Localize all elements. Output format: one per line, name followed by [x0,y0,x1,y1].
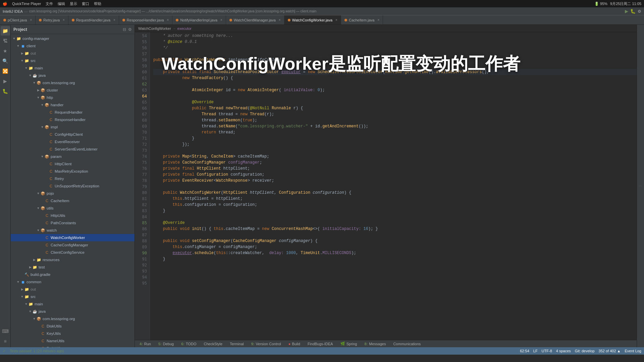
tree-retry[interactable]: C Retry [11,175,135,182]
debug-button[interactable]: 🐛 [630,9,636,14]
tree-test[interactable]: ▶ 📁 test [11,263,135,271]
tab-close-icon[interactable]: × [30,18,32,22]
tab-close-icon[interactable]: × [279,18,281,22]
communications-tab[interactable]: Communications [390,341,424,347]
tree-out[interactable]: ▶ 📁 out [11,50,135,57]
vcs-tab[interactable]: 9: Version Control [248,341,284,347]
tree-nameutils[interactable]: C NameUtils [11,337,135,345]
tree-eventreceiver[interactable]: C EventReceiver [11,138,135,145]
tree-java[interactable]: ▼ ☕ java [11,72,135,79]
tab-close-icon[interactable]: × [113,18,115,22]
tree-impl[interactable]: ▼ 📦 impl [11,123,135,131]
tree-clientconfigservice[interactable]: C ClientConfigService [11,249,135,256]
code-line: @Override [153,99,637,105]
tree-common-com[interactable]: ▼ 📦 com.lessspring.org [11,315,135,322]
tree-config-manager[interactable]: ▼ 📁 config-manager [11,35,135,42]
tree-sselistener[interactable]: C ServerSentEventListener [11,145,135,153]
tree-cluster[interactable]: ▶ 📦 cluster [11,86,135,94]
terminal-tab[interactable]: Terminal [226,341,247,347]
tree-common-java[interactable]: ▼ ☕ java [11,308,135,315]
code-editor[interactable]: * author or something here... * @since 0… [150,32,637,340]
run-tab[interactable]: 4: Run [136,341,154,347]
run-icon[interactable]: ▶ [1,76,10,86]
tree-requesthandler[interactable]: C RequestHandler [11,109,135,116]
tree-confighttpclient[interactable]: C ConfigHttpClient [11,131,135,138]
tree-watchconfigworker[interactable]: C WatchConfigWorker [11,234,135,241]
tree-common-main[interactable]: ▼ 📁 main [11,300,135,308]
search-icon[interactable]: 🔍 [1,56,10,66]
checkstyle-tab[interactable]: CheckStyle [201,341,226,347]
tab-requesthandler[interactable]: RequestHandler.java × [68,15,119,24]
findbugs-tab[interactable]: FindBugs-IDEA [304,341,336,347]
tree-common[interactable]: ▼ ◼ common [11,278,135,286]
tab-watchconfigworker[interactable]: WatchConfigWorker.java × [284,15,341,24]
tree-handler[interactable]: ▼ 📦 handler [11,101,135,109]
tree-keyutils[interactable]: C KeyUtils [11,330,135,337]
tree-pojo[interactable]: ▼ 📦 pojo [11,190,135,197]
vcs-icon[interactable]: 🔀 [1,66,10,76]
tab-close-icon[interactable]: × [335,18,337,22]
breadcrumb-watchconfigworker[interactable]: WatchConfigWorker [138,26,171,31]
menu-help[interactable]: 帮助 [94,1,101,6]
messages-tab[interactable]: 8: Messages [361,341,389,347]
tree-main[interactable]: ▼ 📁 main [11,64,135,72]
terminal-icon[interactable]: ⌨ [1,326,10,336]
tab-retry[interactable]: Retry.java × [36,15,68,24]
tree-unsupportretry[interactable]: C UnSupportRetryException [11,182,135,190]
tab-close-icon[interactable]: × [167,18,169,22]
tree-client-build-gradle[interactable]: 🔨 build.gradle [11,271,135,278]
tree-pathutils[interactable]: C PathUtils [11,345,135,347]
tab-pclient[interactable]: pClient.java × [0,15,36,24]
structure-icon[interactable]: 🏗 [1,36,10,46]
tree-common-out[interactable]: ▶ 📁 out [11,286,135,293]
tree-responsehandler[interactable]: C ResponseHandler [11,116,135,123]
build-tab[interactable]: ● Build [285,341,304,347]
tree-client[interactable]: ▼ ◼ client [11,42,135,50]
debug-icon[interactable]: 🐛 [1,86,10,96]
tab-close-icon[interactable]: × [377,18,379,22]
tree-com-lessspring[interactable]: ▼ 📦 com.lessspring.org [11,79,135,86]
event-log[interactable]: Event Log [625,349,641,353]
quicktime-label[interactable]: QuickTime Player [12,2,41,6]
tree-common-src[interactable]: ▼ 📁 src [11,293,135,300]
settings-panel-icon[interactable]: ⚙ [128,27,132,32]
menu-window[interactable]: 窗口 [82,1,89,6]
tab-notifyhandler[interactable]: NotifyHandlerImpl.java × [172,15,226,24]
tab-label: pClient.java [8,18,27,22]
tab-close-icon[interactable]: × [220,18,222,22]
bookmark-icon[interactable]: ★ [1,46,10,56]
tab-responsehandler[interactable]: ResponseHandler.java × [119,15,173,24]
code-line [153,81,637,87]
tree-maxretryexception[interactable]: C MaxRetryException [11,168,135,175]
structure-bottom-icon[interactable]: ≡ [1,337,10,346]
menu-file[interactable]: 文件 [46,1,53,6]
todo-tab[interactable]: 6: TODO [178,341,200,347]
tree-cacheitem[interactable]: C CacheItem [11,197,135,204]
tree-utils[interactable]: ▼ 📦 utils [11,204,135,212]
tree-resources[interactable]: ▶ 📁 resources [11,256,135,263]
tree-param[interactable]: ▼ 📦 param [11,153,135,160]
tree-cacheconfigmanager[interactable]: C CacheConfigManager [11,241,135,249]
tab-icon [229,19,232,21]
tree-http[interactable]: ▼ 📦 http [11,94,135,101]
menu-edit[interactable]: 编辑 [58,1,65,6]
debug-tab[interactable]: 5: Debug [155,341,177,347]
run-button[interactable]: ▶ [625,9,628,14]
menu-view[interactable]: 显示 [70,1,77,6]
tab-cacheitem[interactable]: CacheItem.java × [341,15,383,24]
tab-close-icon[interactable]: × [63,18,65,22]
spring-tab[interactable]: 🌿 Spring [337,341,361,347]
tab-watchclientmanager[interactable]: WatchClientManager.java × [226,15,284,24]
project-icon[interactable]: 📁 [1,26,10,36]
tree-diskutils[interactable]: C DiskUtils [11,322,135,330]
apple-menu[interactable]: 🍎 [3,2,7,6]
tree-httpclient[interactable]: C HttpClient [11,160,135,168]
title-bar-right[interactable]: ▶ 🐛 ⚙ [625,9,641,14]
breadcrumb-executor[interactable]: executor [177,26,192,31]
tree-src[interactable]: ▼ 📁 src [11,57,135,64]
settings-icon[interactable]: ⚙ [638,9,641,14]
tree-httputils[interactable]: C HttpUtils [11,212,135,219]
tree-watch[interactable]: ▼ 📦 watch [11,227,135,234]
collapse-all-icon[interactable]: ⊟ [123,27,126,32]
tree-pathconstants[interactable]: C PathConstants [11,219,135,227]
